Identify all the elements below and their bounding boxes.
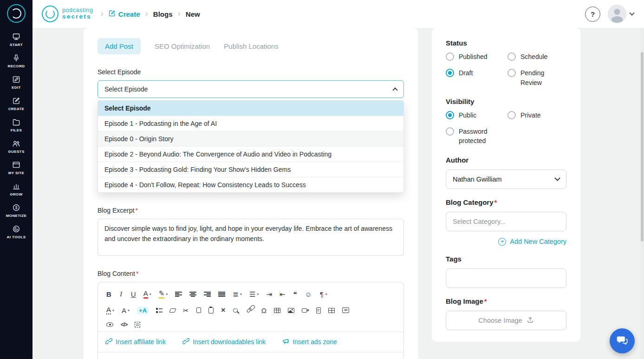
sidebar-item-start[interactable]: START <box>0 29 33 51</box>
blockquote-icon[interactable]: ❝ <box>291 289 300 300</box>
link-icon <box>105 338 112 346</box>
radio-icon[interactable] <box>446 111 454 119</box>
radio-icon[interactable] <box>446 127 454 136</box>
sidebar-item-create[interactable]: CREATE <box>0 93 33 115</box>
layout-icon[interactable] <box>326 306 337 315</box>
align-center-icon[interactable] <box>187 290 199 299</box>
sidebar-item-guests[interactable]: GUESTS <box>0 136 33 157</box>
breadcrumb-blogs[interactable]: Blogs <box>153 10 173 18</box>
sidebar-item-ai-tools[interactable]: AI TOOLS <box>0 222 33 243</box>
align-right-icon[interactable] <box>202 290 213 299</box>
brand-logo-icon[interactable] <box>7 4 26 23</box>
visibility-radio-option[interactable]: Private <box>507 111 566 120</box>
tags-input[interactable] <box>446 268 566 288</box>
breadcrumb-new[interactable]: New <box>186 10 200 18</box>
status-radio-option[interactable]: Published <box>446 52 505 61</box>
user-menu[interactable] <box>608 5 634 23</box>
eraser-icon[interactable] <box>168 307 178 314</box>
text-color-icon[interactable]: A ▾ <box>141 288 154 300</box>
episode-option[interactable]: Episode 1 - Podcasting in the Age of AI <box>98 116 403 131</box>
visibility-radio-option[interactable]: Public <box>446 111 505 120</box>
status-radio-option[interactable]: Schedule <box>507 52 566 61</box>
align-left-icon[interactable] <box>173 290 184 299</box>
video-icon[interactable] <box>299 307 311 314</box>
italic-icon[interactable]: I <box>117 289 126 300</box>
scrollbar-thumb[interactable] <box>641 52 644 242</box>
help-button[interactable]: ? <box>585 7 600 22</box>
insert-affiliate-link-button[interactable]: Insert affiliate link <box>105 338 166 346</box>
underline-icon[interactable]: U <box>129 289 138 300</box>
visibility-options: Public Private Password protected <box>446 111 566 146</box>
table-icon[interactable] <box>272 306 283 315</box>
paste-icon[interactable] <box>206 306 216 315</box>
radio-icon[interactable] <box>446 52 454 61</box>
brand-logo[interactable]: podcasting secrets <box>42 6 93 22</box>
copy-icon[interactable] <box>194 306 203 315</box>
blog-excerpt-input[interactable]: Discover simple ways to find joy, light,… <box>98 219 404 256</box>
status-radio-option[interactable]: Pending Review <box>507 69 566 87</box>
bold-icon[interactable]: B <box>104 289 114 300</box>
tab[interactable]: SEO Optimization <box>155 38 210 54</box>
sidebar-item-record[interactable]: RECORD <box>0 51 33 72</box>
unordered-list-icon[interactable]: ☰ ▾ <box>247 289 261 300</box>
episode-option[interactable]: Episode 0 - Origin Story <box>98 131 403 147</box>
radio-icon[interactable] <box>507 111 516 119</box>
special-character-icon[interactable]: Ω <box>259 305 269 316</box>
indent-icon[interactable]: ⇥ <box>264 289 274 300</box>
caret-icon: ▾ <box>166 292 168 296</box>
sidebar-item-monetize[interactable]: $ MONETIZE <box>0 200 33 222</box>
sidebar-item-edit[interactable]: EDIT <box>0 72 33 93</box>
outdent-icon[interactable]: ⇤ <box>277 289 288 300</box>
cut-icon[interactable]: ✂ <box>181 305 191 316</box>
insert-ads-zone-button[interactable]: Insert ads zone <box>282 338 337 346</box>
highlight-color-icon[interactable]: ✎ ▾ <box>156 288 170 300</box>
clear-format-icon[interactable]: × <box>219 305 228 316</box>
chat-widget-button[interactable] <box>610 328 635 353</box>
text-style-icon[interactable]: A ▾ <box>104 304 117 316</box>
radio-icon[interactable] <box>446 69 454 77</box>
align-justify-icon[interactable] <box>216 290 228 299</box>
add-new-category-button[interactable]: Add New Category <box>446 238 566 246</box>
insert-downloadables-link-button[interactable]: Insert downloadables link <box>182 338 266 346</box>
search-icon[interactable] <box>231 307 241 314</box>
image-icon[interactable] <box>286 306 297 315</box>
chat-bubble-icon <box>616 334 629 348</box>
tab[interactable]: Add Post <box>98 38 141 54</box>
episode-option[interactable]: Episode 4 - Don't Follow, Repeat: How Co… <box>98 177 403 192</box>
checklist-icon[interactable] <box>154 306 165 315</box>
radio-icon[interactable] <box>507 69 516 77</box>
code-block-icon[interactable] <box>340 306 351 315</box>
episode-option[interactable]: Select Episode <box>98 101 403 116</box>
sidebar: START RECORD EDIT CREATE FILES GUESTS MY… <box>0 0 33 359</box>
breadcrumb-create[interactable]: Create <box>109 10 140 18</box>
sidebar-item-grow[interactable]: GROW <box>0 179 33 200</box>
status-radio-option[interactable]: Draft <box>446 69 505 87</box>
font-family-icon[interactable]: A ▾ <box>119 305 132 316</box>
choose-image-button[interactable]: Choose Image <box>446 311 566 330</box>
preview-icon[interactable] <box>104 320 116 329</box>
episode-option[interactable]: Episode 2 - Beyond Audio: The Convergenc… <box>98 147 403 162</box>
episode-dropdown: Select Episode Episode 1 - Podcasting in… <box>98 100 404 193</box>
episode-option[interactable]: Episode 3 - Podcasting Gold: Finding You… <box>98 162 403 177</box>
avatar[interactable] <box>608 5 626 23</box>
tab[interactable]: Publish Locations <box>224 38 279 54</box>
file-icon[interactable] <box>314 306 323 315</box>
visibility-radio-option[interactable]: Password protected <box>446 127 505 146</box>
link-icon[interactable] <box>244 307 256 313</box>
emoji-icon[interactable]: ☺ <box>303 289 314 300</box>
paragraph-style-icon[interactable]: ¶ ▾ <box>317 289 330 300</box>
browser-icon <box>12 161 20 169</box>
start-icon <box>12 33 20 41</box>
sidebar-item-my-site[interactable]: MY SITE <box>0 157 33 179</box>
category-select[interactable]: Select Category... <box>446 212 566 231</box>
brand-name-bottom: secrets <box>62 13 93 20</box>
episode-select[interactable]: Select Episode <box>98 80 404 98</box>
ordered-list-icon[interactable]: ≣ ▾ <box>230 289 244 300</box>
sidebar-item-files[interactable]: FILES <box>0 115 33 136</box>
author-select[interactable]: Nathan Gwilliam <box>446 170 566 189</box>
radio-icon[interactable] <box>507 52 516 61</box>
post-settings-panel: Status Published Schedule Draft <box>432 28 580 342</box>
select-block-icon[interactable] <box>132 320 143 329</box>
font-size-icon[interactable]: +A <box>135 305 151 316</box>
code-view-icon[interactable]: </> <box>118 320 130 329</box>
